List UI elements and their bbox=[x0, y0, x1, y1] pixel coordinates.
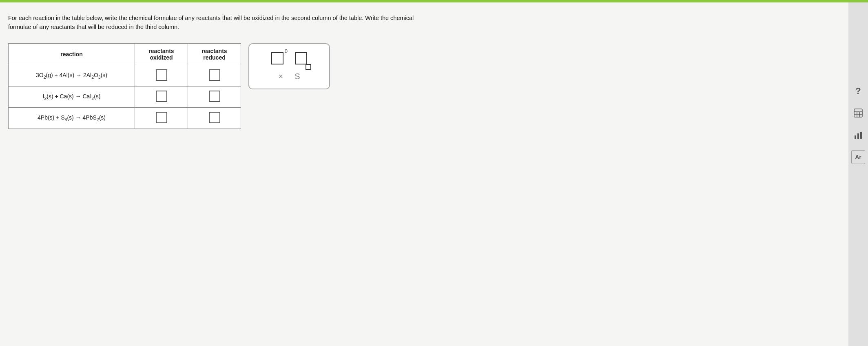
reduced-input-1[interactable] bbox=[188, 65, 241, 86]
superscript-icon-wrapper[interactable]: 0 bbox=[271, 52, 283, 66]
table-row: 3O2(g) + 4Al(s) → 2Al2O3(s) bbox=[9, 65, 241, 86]
reduced-input-3[interactable] bbox=[188, 107, 241, 129]
header-reaction: reaction bbox=[9, 43, 135, 65]
oxidized-input-3[interactable] bbox=[135, 107, 188, 129]
reaction-3: 4Pb(s) + S8(s) → 4PbS2(s) bbox=[9, 107, 135, 129]
reduced-input-2[interactable] bbox=[188, 86, 241, 107]
subscript-small-box bbox=[306, 64, 311, 70]
reaction-1: 3O2(g) + 4Al(s) → 2Al2O3(s) bbox=[9, 65, 135, 86]
help-icon[interactable]: ? bbox=[851, 84, 865, 98]
reduced-box-2[interactable] bbox=[209, 91, 220, 102]
oxidized-box-3[interactable] bbox=[156, 112, 167, 123]
subscript-icon-wrapper[interactable] bbox=[295, 52, 307, 66]
table-icon[interactable] bbox=[851, 106, 865, 120]
svg-rect-6 bbox=[857, 133, 859, 139]
subscript-square-icon bbox=[295, 52, 307, 64]
periodic-table-icon[interactable]: Ar bbox=[851, 150, 865, 164]
svg-rect-0 bbox=[854, 109, 862, 117]
oxidized-box-2[interactable] bbox=[156, 91, 167, 102]
popup-actions-row: × S bbox=[278, 72, 300, 80]
table-row: I2(s) + Ca(s) → CaI2(s) bbox=[9, 86, 241, 107]
header-oxidized: reactantsoxidized bbox=[135, 43, 188, 65]
reduced-box-1[interactable] bbox=[209, 69, 220, 81]
helper-popup: 0 × S bbox=[248, 43, 330, 89]
svg-rect-5 bbox=[855, 135, 856, 139]
reduced-box-3[interactable] bbox=[209, 112, 220, 123]
close-button[interactable]: × bbox=[278, 72, 283, 80]
header-reduced: reactantsreduced bbox=[188, 43, 241, 65]
superscript-square-icon bbox=[271, 52, 283, 64]
check-button[interactable]: S bbox=[294, 72, 300, 80]
oxidized-box-1[interactable] bbox=[156, 69, 167, 81]
svg-rect-7 bbox=[860, 132, 862, 139]
instructions-text: For each reaction in the table below, wr… bbox=[8, 14, 416, 32]
oxidized-input-1[interactable] bbox=[135, 65, 188, 86]
reaction-2: I2(s) + Ca(s) → CaI2(s) bbox=[9, 86, 135, 107]
chemistry-table: reaction reactantsoxidized reactantsredu… bbox=[8, 43, 241, 129]
superscript-symbol: 0 bbox=[285, 48, 288, 54]
popup-icons-row: 0 bbox=[271, 52, 307, 66]
chart-icon[interactable] bbox=[851, 128, 865, 142]
table-area: reaction reactantsoxidized reactantsredu… bbox=[8, 43, 857, 129]
oxidized-input-2[interactable] bbox=[135, 86, 188, 107]
main-content: For each reaction in the table below, wr… bbox=[0, 2, 868, 346]
table-row: 4Pb(s) + S8(s) → 4PbS2(s) bbox=[9, 107, 241, 129]
sidebar: ? Ar bbox=[848, 2, 868, 346]
